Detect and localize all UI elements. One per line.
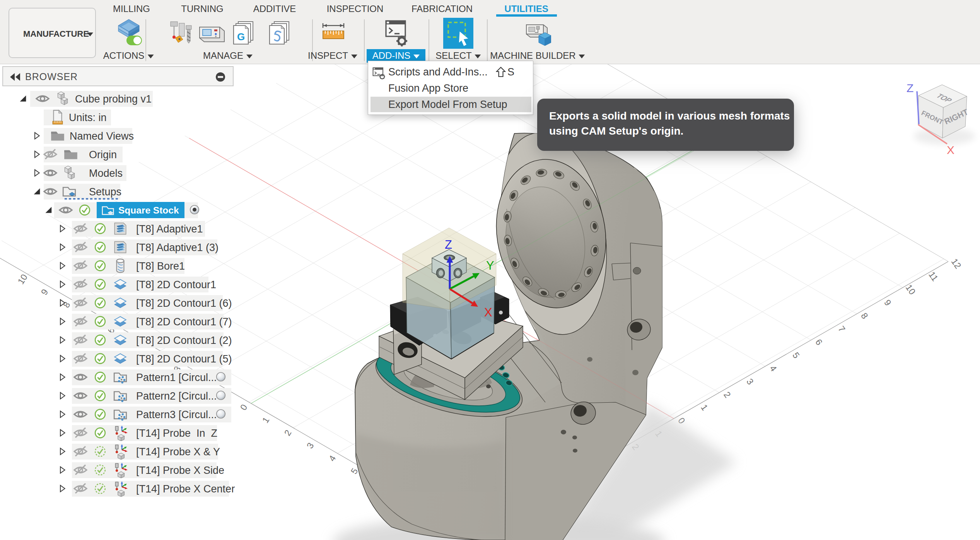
svg-text:G: G [237,31,245,43]
svg-text:X: X [484,306,492,319]
svg-text:Z: Z [445,238,452,251]
svg-text:Y: Y [486,259,494,272]
svg-text:X: X [947,144,954,156]
svg-text:Z: Z [907,82,913,94]
